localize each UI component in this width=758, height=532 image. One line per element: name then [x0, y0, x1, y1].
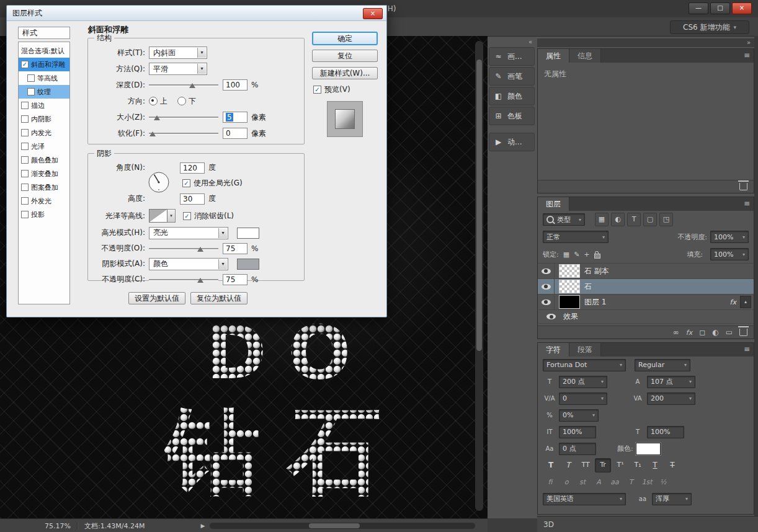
- slider-thumb[interactable]: [149, 131, 156, 136]
- lock-pixels-icon[interactable]: ✎: [574, 250, 579, 259]
- panel-button-swatches[interactable]: ⊞ 色板: [489, 107, 535, 125]
- checkbox-unchecked[interactable]: [21, 143, 29, 150]
- tab-properties[interactable]: 属性: [538, 49, 569, 63]
- style-item-inner-shadow[interactable]: 内阴影: [19, 112, 69, 126]
- faux-italic-button[interactable]: T: [560, 458, 576, 472]
- ok-button[interactable]: 确定: [312, 32, 378, 45]
- ordinals-button[interactable]: 1st: [640, 476, 654, 489]
- delete-layer-icon[interactable]: [739, 329, 747, 336]
- highlight-opacity-slider[interactable]: [149, 244, 218, 254]
- small-caps-button[interactable]: Tr: [595, 458, 611, 472]
- new-group-icon[interactable]: ▭: [726, 328, 733, 337]
- tab-info[interactable]: 信息: [569, 49, 601, 63]
- subscript-button[interactable]: T₁: [630, 458, 646, 472]
- leading-field[interactable]: 107 点 ▾: [647, 376, 695, 388]
- horizontal-scale-field[interactable]: 100%: [647, 426, 684, 438]
- eye-toggle[interactable]: [538, 264, 555, 278]
- dialog-title[interactable]: 图层样式: [7, 6, 386, 21]
- minimize-icon[interactable]: —: [689, 2, 708, 14]
- shadow-mode-select[interactable]: 颜色 ▾: [149, 258, 228, 270]
- status-popup-icon[interactable]: ▶: [200, 523, 205, 529]
- close-icon[interactable]: ×: [732, 2, 752, 14]
- highlight-color-swatch[interactable]: [237, 228, 259, 239]
- style-item-outer-glow[interactable]: 外发光: [19, 194, 69, 208]
- filter-type-layers-icon[interactable]: T: [627, 213, 641, 226]
- swash-button[interactable]: A: [591, 476, 606, 489]
- trash-icon[interactable]: [739, 183, 747, 190]
- stylistic-alternates-button[interactable]: aa: [607, 476, 622, 489]
- discretionary-ligatures-button[interactable]: st: [575, 476, 590, 489]
- soften-slider[interactable]: [149, 128, 218, 138]
- filter-pixel-layers-icon[interactable]: ▦: [595, 213, 609, 226]
- lock-position-icon[interactable]: +: [584, 250, 589, 259]
- layer-thumbnail[interactable]: [559, 264, 580, 278]
- dialog-close-icon[interactable]: ×: [363, 8, 383, 19]
- checkbox-unchecked[interactable]: [21, 102, 29, 109]
- checkbox-unchecked[interactable]: [21, 170, 29, 177]
- checkbox-unchecked[interactable]: [27, 74, 35, 82]
- gloss-contour-thumbnail[interactable]: [149, 209, 167, 223]
- size-slider[interactable]: [149, 112, 218, 122]
- layer-row-selected[interactable]: 石: [538, 279, 754, 295]
- shadow-opacity-input[interactable]: 75: [223, 274, 247, 285]
- checkbox-checked[interactable]: ✓: [21, 61, 29, 68]
- panel-menu-icon[interactable]: ≡: [744, 345, 750, 353]
- canvas-vertical-scrollbar[interactable]: [475, 41, 483, 511]
- shadow-color-swatch[interactable]: [237, 259, 259, 270]
- checkbox-unchecked[interactable]: [27, 88, 35, 95]
- style-item-stroke[interactable]: 描边: [19, 99, 69, 112]
- titling-alternates-button[interactable]: T: [623, 476, 638, 489]
- new-adjustment-layer-icon[interactable]: ◐: [712, 328, 718, 337]
- technique-select[interactable]: 平滑 ▾: [149, 63, 207, 75]
- ligatures-button[interactable]: fi: [543, 476, 558, 489]
- panel-menu-icon[interactable]: ≡: [744, 199, 750, 208]
- panel-button-brush-presets[interactable]: ≈ 画...: [489, 47, 535, 66]
- panel-button-actions[interactable]: ▶ 动...: [489, 133, 535, 151]
- opacity-field[interactable]: 100% ▾: [710, 231, 749, 243]
- cs6-new-features-button[interactable]: CS6 新增功能 ▾: [670, 20, 749, 34]
- checkbox-unchecked[interactable]: [21, 197, 29, 205]
- text-color-swatch[interactable]: [636, 443, 661, 455]
- collapse-dock-icon[interactable]: »: [537, 38, 754, 47]
- size-input[interactable]: 5: [223, 112, 247, 123]
- checkbox-unchecked[interactable]: [21, 115, 29, 123]
- vertical-scale-field[interactable]: 100%: [559, 426, 596, 438]
- all-caps-button[interactable]: TT: [577, 458, 594, 472]
- layer-name[interactable]: 石 副本: [584, 266, 609, 277]
- anti-alias-checkbox[interactable]: ✓: [183, 212, 191, 220]
- shadow-opacity-slider[interactable]: [149, 275, 218, 285]
- baseline-shift-field[interactable]: 0 点: [559, 443, 596, 455]
- kerning-field[interactable]: 0 ▾: [559, 392, 607, 405]
- fractions-button[interactable]: ½: [656, 476, 671, 489]
- panel-button-color[interactable]: ◧ 颜色: [489, 87, 535, 105]
- soften-input[interactable]: 0: [223, 128, 247, 139]
- new-style-button[interactable]: 新建样式(W)...: [312, 67, 378, 79]
- layer-name[interactable]: 石: [584, 282, 592, 292]
- global-light-checkbox[interactable]: ✓: [182, 179, 190, 187]
- tab-paragraph[interactable]: 段落: [569, 343, 601, 357]
- style-item-blending-options[interactable]: 混合选项:默认: [19, 44, 69, 58]
- blend-mode-select[interactable]: 正常 ▾: [543, 231, 609, 243]
- eye-toggle[interactable]: [538, 295, 555, 309]
- style-item-contour[interactable]: 等高线: [19, 71, 69, 85]
- checkbox-unchecked[interactable]: [21, 129, 29, 136]
- highlight-mode-select[interactable]: 亮光 ▾: [149, 227, 228, 239]
- underline-button[interactable]: T: [647, 458, 663, 472]
- fill-field[interactable]: 100% ▾: [710, 248, 749, 260]
- layer-filter-select[interactable]: 类型 ▾: [543, 213, 585, 226]
- style-item-texture[interactable]: 纹理: [19, 85, 69, 99]
- layer-row[interactable]: 石 副本: [538, 264, 754, 279]
- faux-bold-button[interactable]: T: [543, 458, 559, 472]
- filter-adjustment-layers-icon[interactable]: ◐: [611, 213, 625, 226]
- filter-smart-objects-icon[interactable]: ◳: [659, 213, 673, 226]
- strikethrough-button[interactable]: T: [664, 458, 680, 472]
- tab-character[interactable]: 字符: [538, 343, 569, 357]
- zoom-level[interactable]: 75.17%: [36, 522, 71, 530]
- layer-thumbnail[interactable]: [559, 280, 580, 293]
- restore-icon[interactable]: □: [710, 2, 730, 14]
- lock-all-icon[interactable]: [594, 254, 600, 259]
- direction-down-radio[interactable]: [177, 97, 186, 105]
- slider-thumb[interactable]: [197, 278, 203, 283]
- depth-slider[interactable]: [149, 80, 218, 90]
- contour-picker-icon[interactable]: ▾: [167, 209, 176, 223]
